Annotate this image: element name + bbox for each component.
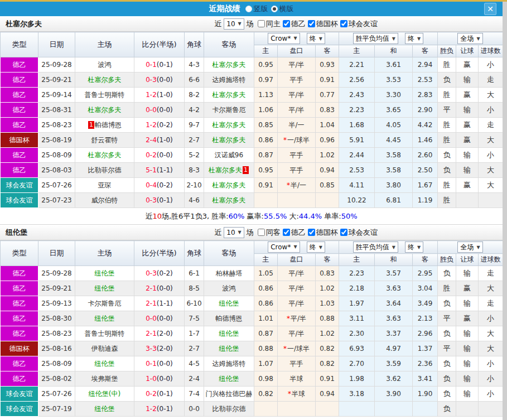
handicap-cell: 平手 (278, 163, 316, 178)
league-filter[interactable]: 德国杯 (308, 19, 338, 29)
home-team-name: 杜塞尔多夫 (88, 106, 122, 114)
score-cell: 0-2(0-0) (134, 148, 185, 163)
away-team-cell: 纽伦堡 (204, 341, 254, 356)
avg-select[interactable]: 胜平负均值 (353, 33, 398, 44)
avg-draw-odds: 4.05 (375, 118, 413, 133)
fulltime-score: 0-0 (146, 315, 157, 322)
odds-company-select[interactable]: Crow* (268, 33, 300, 44)
result-cell: 平 (438, 103, 456, 118)
away-team-name: 杜塞尔多夫 (213, 121, 246, 129)
col-date: 日期 (38, 241, 75, 266)
match-type-badge: 德乙 (1, 326, 38, 341)
fulltime-score: 1-2 (146, 405, 157, 413)
close-icon[interactable]: ✕ (484, 3, 496, 15)
fulltime-select[interactable]: 全场 (457, 33, 482, 44)
home-team-name: 威尔伯特 (91, 196, 118, 204)
layout-vertical-option[interactable]: 竖版 (245, 4, 268, 14)
layout-horizontal-option[interactable]: 横版 (271, 4, 294, 14)
same-venue-checkbox[interactable] (258, 20, 265, 27)
match-date: 25-08-23 (38, 118, 75, 133)
home-team-cell: 伊勒迪森 (75, 341, 134, 356)
filter-bar-1: 近 10 场 同主 德乙德国杯球会友谊 (89, 18, 503, 30)
home-team-name: 纽伦堡(中) (89, 390, 120, 398)
home-team-name: 纽伦堡 (95, 405, 115, 413)
match-type-badge: 德乙 (1, 296, 38, 311)
handicap-result-cell: 赢 (456, 118, 479, 133)
goals-result-cell (479, 193, 503, 208)
match-date: 25-08-23 (38, 326, 75, 341)
league-checkbox[interactable] (340, 229, 347, 236)
match-row: 德乙25-09-14普鲁士明斯特1-2(1-0)8-2杜塞尔多夫1.13平/半0… (1, 88, 503, 103)
league-checkbox[interactable] (308, 20, 315, 27)
avg-draw-odds: 3.58 (375, 148, 413, 163)
match-date: 25-07-23 (38, 193, 75, 208)
avg-away-odds: 2.83 (413, 88, 438, 103)
goals-result-cell (479, 402, 503, 417)
match-count-value: 10 (226, 229, 235, 236)
away-team-name: 汉诺威96 (215, 151, 243, 159)
fulltime-score: 2-4 (146, 136, 157, 144)
scrollbar-track[interactable] (503, 2, 507, 420)
goals-result-cell: 大 (479, 178, 503, 193)
home-team-cell: 埃弗斯堡 (75, 371, 134, 387)
league-checkbox[interactable] (340, 20, 347, 27)
avg-select[interactable]: 胜平负均值 (353, 242, 398, 253)
radio-vertical-icon[interactable] (245, 6, 252, 12)
match-count-select[interactable]: 10 (224, 18, 244, 30)
league-checkbox[interactable] (283, 229, 290, 236)
col-date: 日期 (38, 32, 75, 57)
fulltime-select[interactable]: 全场 (457, 242, 482, 253)
avg-draw-odds: 3.63 (375, 281, 413, 296)
halftime-score: (0-0) (157, 284, 173, 292)
corner-cell: 8-5 (185, 281, 204, 296)
score-cell: 0-0(0-0) (134, 103, 185, 118)
same-venue-checkbox[interactable] (258, 229, 265, 236)
matches-body-2: 德乙25-09-28纽伦堡0-3(0-2)6-1柏林赫塔1.05平/半0.832… (1, 266, 503, 417)
same-venue-filter[interactable]: 同客 (258, 228, 281, 238)
league-filter[interactable]: 德乙 (283, 19, 306, 29)
handicap-cell: 平/半 (278, 296, 316, 311)
away-team-cell: 汉诺威96 (204, 148, 254, 163)
radio-horizontal-label: 横版 (279, 4, 294, 14)
goals-result-cell: 小 (479, 103, 503, 118)
league-checkbox[interactable] (283, 20, 290, 27)
away-odds: 1.03 (316, 296, 339, 311)
radio-horizontal-icon[interactable] (271, 6, 278, 12)
same-venue-label: 同客 (266, 228, 281, 238)
home-team-cell: 波鸿 (75, 57, 134, 73)
home-team-cell: 杜塞尔多夫 (75, 73, 134, 88)
league-filter[interactable]: 德国杯 (308, 228, 338, 238)
corner-cell: 1-7 (185, 326, 204, 341)
handicap-result-cell: 赢 (456, 311, 479, 326)
odds-final-select[interactable]: 终 (307, 33, 325, 44)
away-team-cell: 波鸿 (204, 281, 254, 296)
team-section-header-1: 杜塞尔多夫 近 10 场 同主 德乙德国杯球会友谊 (0, 16, 503, 32)
home-team-name: 纽伦堡 (95, 315, 115, 322)
halftime-score: (0-0) (157, 375, 173, 383)
match-count-select[interactable]: 10 (224, 227, 244, 238)
avg-final-select[interactable]: 终 (405, 33, 423, 44)
handicap-result-cell: 输 (456, 266, 479, 281)
league-filter[interactable]: 球会友谊 (340, 19, 378, 29)
avg-final-select[interactable]: 终 (405, 242, 423, 253)
league-filter[interactable]: 德乙 (283, 228, 306, 238)
away-team-cell: 杜塞尔多夫 (204, 178, 254, 193)
handicap-result-cell: 输 (456, 387, 479, 402)
away-odds (316, 402, 339, 417)
handicap-result-cell: 赢 (456, 88, 479, 103)
home-team-name: 埃弗斯堡 (91, 375, 118, 383)
sub-col-avg-home: 主 (339, 254, 375, 266)
away-odds: 0.82 (316, 341, 339, 356)
same-venue-filter[interactable]: 同主 (258, 19, 281, 29)
away-team-name: 柏林赫塔 (216, 269, 243, 277)
match-type-badge: 德乙 (1, 73, 38, 88)
league-checkbox[interactable] (308, 229, 315, 236)
home-team-name: 卡尔斯鲁厄 (88, 300, 122, 307)
handicap-cell: 平手 (278, 73, 316, 88)
odds-final-select[interactable]: 终 (307, 242, 325, 253)
home-odds: 1.13 (254, 88, 278, 103)
league-filter[interactable]: 球会友谊 (340, 228, 378, 238)
goals-result-cell: 大 (479, 88, 503, 103)
odds-company-select[interactable]: Crow* (268, 242, 300, 253)
sub-col-odds-away: 客 (316, 254, 339, 266)
